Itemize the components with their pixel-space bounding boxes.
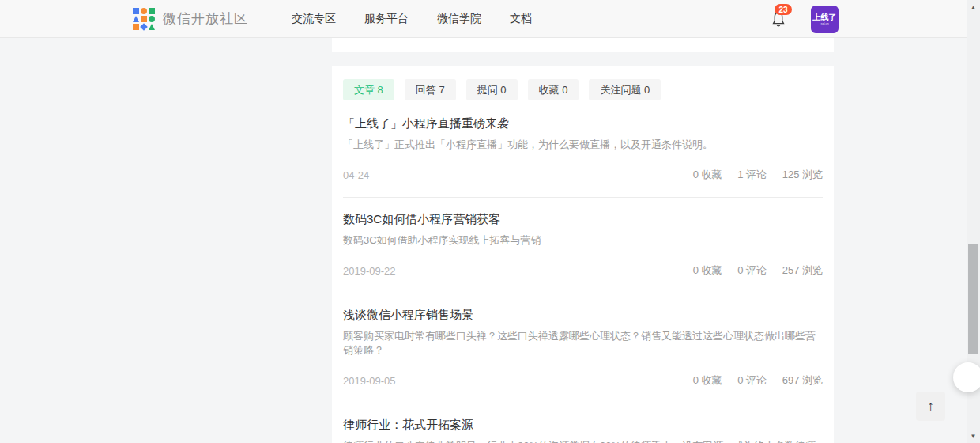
scrollbar-up-arrow[interactable]: ▲ bbox=[967, 2, 980, 13]
article-list: 「上线了」小程序直播重磅来袭 「上线了」正式推出「小程序直播」功能，为什么要做直… bbox=[343, 115, 823, 443]
logo-cell bbox=[133, 16, 139, 22]
article-stats: 0 收藏 1 评论 125 浏览 bbox=[680, 168, 823, 182]
feedback-bubble[interactable] bbox=[953, 362, 980, 392]
article-row: 律师行业：花式开拓案源 律师行业的二八定律非常明显，行业中80%的资源掌握在20… bbox=[343, 417, 823, 443]
user-avatar[interactable]: 上线了 sxl.cn bbox=[811, 6, 839, 33]
article-excerpt: 「上线了」正式推出「小程序直播」功能，为什么要做直播，以及开通条件说明。 bbox=[343, 138, 823, 152]
article-date: 2019-09-22 bbox=[343, 265, 396, 277]
tab-answers[interactable]: 回答 7 bbox=[405, 79, 456, 100]
stat-comment: 0 评论 bbox=[737, 264, 767, 276]
article-stats: 0 收藏 0 评论 697 浏览 bbox=[680, 373, 823, 388]
logo-cell bbox=[149, 16, 155, 22]
stat-view: 697 浏览 bbox=[782, 374, 823, 386]
tab-questions[interactable]: 提问 0 bbox=[466, 79, 518, 100]
article-excerpt: 顾客购买家电时常有哪些口头禅？这些口头禅透露哪些心理状态？销售又能透过这些心理状… bbox=[343, 329, 823, 358]
stat-collect: 0 收藏 bbox=[693, 264, 722, 276]
logo-cell bbox=[141, 8, 147, 14]
article-excerpt: 数码3C如何借助小程序实现线上拓客与营销 bbox=[343, 233, 823, 248]
article-row: 浅谈微信小程序销售场景 顾客购买家电时常有哪些口头禅？这些口头禅透露哪些心理状态… bbox=[343, 307, 823, 403]
brand-title: 微信开放社区 bbox=[163, 9, 248, 28]
tab-articles[interactable]: 文章 8 bbox=[343, 79, 394, 100]
article-title-link[interactable]: 浅谈微信小程序销售场景 bbox=[343, 307, 823, 323]
article-meta: 04-24 0 收藏 1 评论 125 浏览 bbox=[343, 168, 823, 182]
nav-item-docs[interactable]: 文档 bbox=[510, 12, 532, 26]
nav-item-forum[interactable]: 交流专区 bbox=[292, 12, 336, 26]
nav-item-service[interactable]: 服务平台 bbox=[364, 12, 409, 26]
notification-bell-button[interactable]: 23 bbox=[770, 9, 787, 28]
logo-cell bbox=[149, 8, 155, 14]
up-arrow-icon: ↑ bbox=[927, 399, 934, 415]
top-navbar: 微信开放社区 交流专区 服务平台 微信学院 文档 23 上线了 sxl.cn bbox=[0, 0, 967, 38]
stat-collect: 0 收藏 bbox=[693, 374, 722, 386]
article-row: 「上线了」小程序直播重磅来袭 「上线了」正式推出「小程序直播」功能，为什么要做直… bbox=[343, 115, 823, 198]
scrollbar-thumb[interactable] bbox=[968, 244, 978, 354]
community-logo-icon bbox=[133, 8, 155, 30]
tab-favorites[interactable]: 收藏 0 bbox=[528, 79, 579, 100]
avatar-label: 上线了 bbox=[813, 13, 837, 21]
article-date: 2019-09-05 bbox=[343, 375, 396, 387]
article-title-link[interactable]: 律师行业：花式开拓案源 bbox=[343, 417, 823, 433]
article-stats: 0 收藏 0 评论 257 浏览 bbox=[680, 263, 823, 278]
article-title-link[interactable]: 数码3C如何借小程序营销获客 bbox=[343, 211, 823, 227]
stat-view: 125 浏览 bbox=[782, 168, 823, 180]
logo-cell bbox=[140, 23, 148, 31]
stat-view: 257 浏览 bbox=[782, 264, 823, 276]
avatar-sublabel: sxl.cn bbox=[820, 21, 828, 25]
scrollbar-down-arrow[interactable]: ▼ bbox=[967, 430, 980, 441]
profile-content-card: 文章 8 回答 7 提问 0 收藏 0 关注问题 0 「上线了」小程序直播重磅来… bbox=[332, 66, 834, 443]
stat-comment: 0 评论 bbox=[737, 374, 767, 386]
article-meta: 2019-09-05 0 收藏 0 评论 697 浏览 bbox=[343, 373, 823, 388]
article-meta: 2019-09-22 0 收藏 0 评论 257 浏览 bbox=[343, 263, 823, 278]
logo-cell bbox=[133, 8, 139, 14]
previous-card-bottom bbox=[332, 38, 834, 52]
brand[interactable]: 微信开放社区 bbox=[133, 8, 248, 30]
article-date: 04-24 bbox=[343, 169, 369, 181]
logo-cell bbox=[149, 24, 155, 30]
tab-followed[interactable]: 关注问题 0 bbox=[589, 79, 661, 100]
logo-cell bbox=[133, 24, 139, 30]
nav-item-academy[interactable]: 微信学院 bbox=[437, 12, 481, 26]
article-excerpt: 律师行业的二八定律非常明显，行业中80%的资源掌握在20%的律师手中。没有案源，… bbox=[343, 439, 823, 443]
stat-collect: 0 收藏 bbox=[693, 168, 722, 180]
main-nav: 交流专区 服务平台 微信学院 文档 bbox=[292, 12, 560, 26]
back-to-top-button[interactable]: ↑ bbox=[916, 392, 945, 421]
header-right: 23 上线了 sxl.cn bbox=[770, 0, 839, 38]
content-tabs: 文章 8 回答 7 提问 0 收藏 0 关注问题 0 bbox=[343, 79, 823, 100]
article-row: 数码3C如何借小程序营销获客 数码3C如何借助小程序实现线上拓客与营销 2019… bbox=[343, 211, 823, 293]
notification-badge: 23 bbox=[775, 4, 792, 15]
article-title-link[interactable]: 「上线了」小程序直播重磅来袭 bbox=[343, 115, 823, 131]
logo-cell bbox=[141, 16, 147, 22]
stat-comment: 1 评论 bbox=[737, 168, 767, 180]
